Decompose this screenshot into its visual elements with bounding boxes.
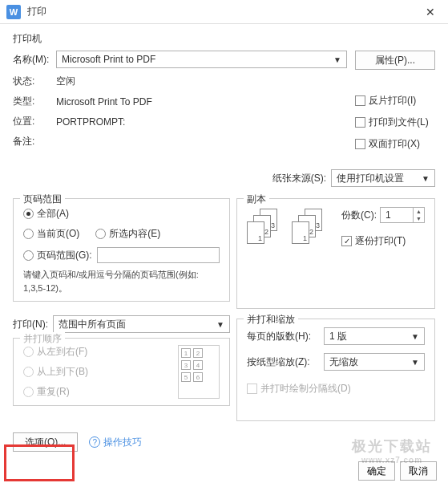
comment-label: 备注:: [13, 135, 56, 148]
type-value: Microsoft Print To PDF: [56, 96, 347, 108]
page-range-input[interactable]: [97, 247, 220, 263]
page-range-current-radio[interactable]: 当前页(O): [23, 227, 79, 241]
page-range-all-radio[interactable]: 全部(A): [23, 207, 220, 221]
printer-name-label: 名称(M):: [13, 53, 56, 67]
cancel-button[interactable]: 取消: [400, 461, 437, 481]
paper-source-select[interactable]: 使用打印机设置 ▼: [331, 169, 435, 187]
copies-legend: 副本: [244, 193, 269, 206]
paper-source-label: 纸张来源(S):: [272, 172, 326, 185]
copies-fieldset: 副本 3 2 1 3 2 1: [236, 198, 435, 309]
radio-icon: [23, 387, 34, 397]
checkbox-icon: [247, 384, 257, 394]
properties-button[interactable]: 属性(P)...: [355, 51, 435, 70]
checkbox-icon: [355, 95, 365, 106]
page-range-selection-radio[interactable]: 所选内容(E): [95, 227, 160, 241]
radio-icon: [95, 229, 106, 239]
printer-name-value: Microsoft Print to PDF: [62, 54, 155, 65]
page-range-hint: 请键入页码和/或用逗号分隔的页码范围(例如: 1,3,5-12)。: [23, 268, 220, 294]
pages-per-sheet-select[interactable]: 1 版 ▼: [324, 327, 425, 345]
print-what-select[interactable]: 范围中所有页面 ▼: [53, 315, 230, 333]
radio-icon: [23, 209, 34, 219]
order-fieldset: 并打顺序 从左到右(F) 从上到下(B) 重复(R): [13, 338, 230, 406]
location-value: PORTPROMPT:: [56, 116, 347, 128]
type-label: 类型:: [13, 95, 56, 108]
checkbox-icon: [341, 236, 352, 246]
collate-illustration-icon: 3 2 1 3 2 1: [247, 209, 330, 247]
scale-select[interactable]: 无缩放 ▼: [324, 353, 425, 371]
reverse-print-checkbox[interactable]: 反片打印(I): [355, 94, 435, 108]
radio-icon: [23, 250, 34, 261]
checkbox-icon: [355, 117, 365, 128]
scale-label: 按纸型缩放(Z):: [247, 355, 319, 369]
copies-count-label: 份数(C):: [341, 209, 377, 222]
print-what-label: 打印(N):: [13, 318, 48, 331]
chevron-down-icon: ▼: [333, 55, 341, 64]
chevron-up-icon[interactable]: ▲: [414, 208, 424, 215]
order-ltr-radio: 从左到右(F): [23, 345, 170, 359]
order-ttb-radio: 从上到下(B): [23, 365, 170, 379]
page-range-fieldset: 页码范围 全部(A) 当前页(O) 所选内容(E): [13, 198, 230, 302]
duplex-checkbox[interactable]: 双面打印(X): [355, 137, 435, 151]
page-range-legend: 页码范围: [20, 193, 65, 206]
tips-link[interactable]: ? 操作技巧: [89, 436, 142, 449]
scaling-fieldset: 并打和缩放 每页的版数(H): 1 版 ▼ 按纸型缩放(Z): 无缩放 ▼: [236, 319, 435, 421]
close-icon[interactable]: ✕: [419, 2, 442, 22]
print-to-file-checkbox[interactable]: 打印到文件(L): [355, 116, 435, 129]
ok-button[interactable]: 确定: [358, 461, 395, 481]
collate-checkbox[interactable]: 逐份打印(T): [341, 234, 425, 248]
status-value: 空闲: [56, 75, 347, 88]
dialog-title: 打印: [27, 5, 46, 18]
copies-count-spinner[interactable]: 1 ▲▼: [380, 207, 425, 223]
order-repeat-radio: 重复(R): [23, 385, 170, 399]
help-icon: ?: [89, 436, 100, 448]
chevron-down-icon: ▼: [216, 320, 224, 329]
order-legend: 并打顺序: [20, 332, 65, 346]
chevron-down-icon: ▼: [411, 358, 419, 367]
app-logo-icon: W: [6, 5, 21, 19]
printer-name-select[interactable]: Microsoft Print to PDF ▼: [56, 51, 347, 68]
status-label: 状态:: [13, 75, 56, 88]
location-label: 位置:: [13, 115, 56, 128]
scaling-legend: 并打和缩放: [244, 313, 298, 327]
radio-icon: [23, 347, 34, 357]
radio-icon: [23, 229, 34, 239]
chevron-down-icon[interactable]: ▼: [414, 215, 424, 222]
chevron-down-icon: ▼: [422, 174, 430, 183]
draw-lines-checkbox: 并打时绘制分隔线(D): [247, 382, 425, 396]
pages-per-sheet-label: 每页的版数(H):: [247, 330, 319, 343]
printer-section-label: 打印机: [13, 32, 435, 46]
checkbox-icon: [355, 139, 365, 149]
highlight-annotation: [4, 444, 75, 481]
order-diagram-icon: 12 34 56: [178, 345, 220, 399]
chevron-down-icon: ▼: [411, 332, 419, 341]
radio-icon: [23, 367, 34, 377]
page-range-pages-radio[interactable]: 页码范围(G):: [23, 249, 92, 262]
